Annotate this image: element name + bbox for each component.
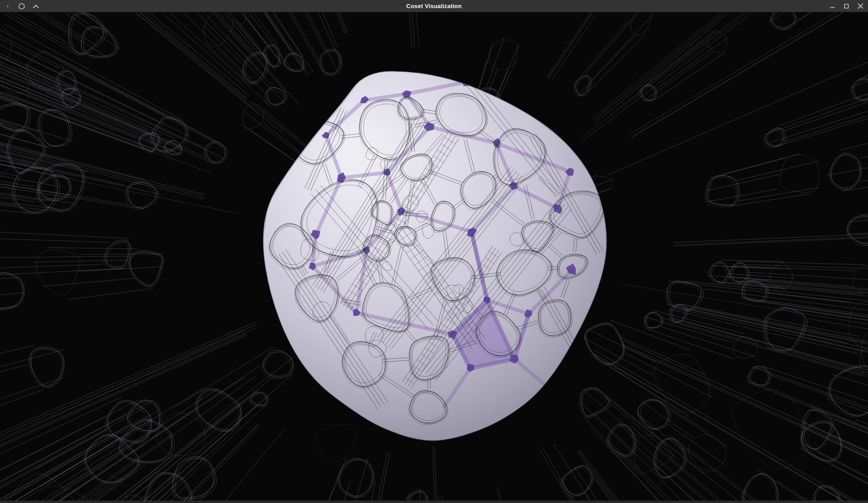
titlebar: Coset Visualization bbox=[0, 0, 868, 12]
window-title: Coset Visualization bbox=[0, 0, 868, 12]
minimize-button[interactable] bbox=[828, 2, 836, 10]
titlebar-controls bbox=[828, 0, 864, 12]
window-bottom-border bbox=[0, 501, 868, 503]
coset-visualization-viewport[interactable] bbox=[0, 12, 868, 501]
close-button[interactable] bbox=[856, 2, 864, 10]
app-window: Coset Visualization bbox=[0, 0, 868, 503]
maximize-button[interactable] bbox=[842, 2, 850, 10]
